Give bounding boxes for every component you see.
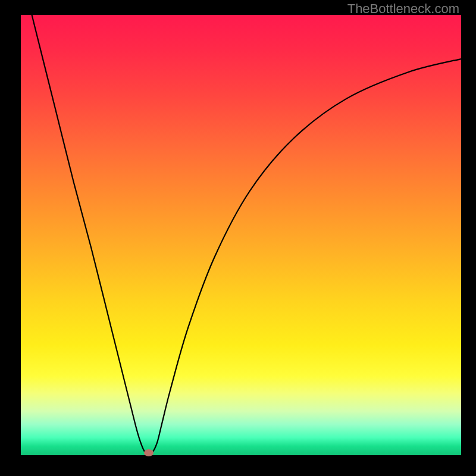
bottleneck-curve-path xyxy=(21,15,461,455)
watermark-text: TheBottleneck.com xyxy=(347,1,459,17)
chart-frame: TheBottleneck.com xyxy=(0,0,476,476)
optimum-marker xyxy=(144,449,154,456)
curve-svg xyxy=(21,15,461,455)
plot-area xyxy=(21,15,461,455)
